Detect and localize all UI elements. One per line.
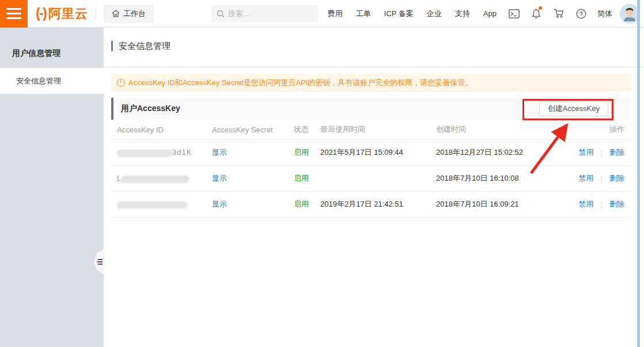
warning-text: AccessKey ID和AccessKey Secret是您访问阿里云API的… bbox=[128, 78, 472, 88]
aliyun-logo[interactable]: (-) 阿里云 bbox=[36, 5, 88, 22]
user-avatar[interactable] bbox=[620, 4, 639, 24]
disable-link[interactable]: 禁用 bbox=[579, 173, 594, 184]
accesskey-table-card: 用户AccessKey 创建AccessKey AccessKey ID Acc… bbox=[111, 98, 631, 218]
table-column-header: AccessKey ID AccessKey Secret 状态 最后使用时间 … bbox=[111, 120, 631, 139]
col-accesskey-id: AccessKey ID bbox=[117, 125, 212, 134]
show-secret-link[interactable]: 显示 bbox=[212, 148, 227, 157]
accesskey-secret-cell: 显示 bbox=[212, 173, 294, 184]
op-separator: | bbox=[601, 174, 603, 183]
nav-link-tickets[interactable]: 工单 bbox=[356, 9, 371, 19]
delete-link[interactable]: 删除 bbox=[609, 147, 624, 158]
notification-bell-icon[interactable] bbox=[531, 8, 542, 20]
notification-dot bbox=[539, 6, 542, 10]
show-secret-link[interactable]: 显示 bbox=[212, 200, 227, 208]
nav-links: 费用 工单 ICP 备案 企业 支持 App bbox=[328, 9, 497, 19]
workbench-label: 工作台 bbox=[123, 9, 146, 19]
cloudshell-icon[interactable] bbox=[508, 8, 520, 20]
op-separator: | bbox=[601, 148, 603, 157]
col-created: 创建时间 bbox=[436, 124, 545, 135]
col-status: 状态 bbox=[294, 124, 320, 135]
last-used-time: 2021年5月17日 15:09:44 bbox=[320, 147, 436, 158]
nav-link-billing[interactable]: 费用 bbox=[328, 9, 343, 19]
row-operations: 禁用|删除 bbox=[545, 199, 624, 209]
accesskey-secret-cell: 显示 bbox=[212, 147, 294, 158]
op-separator: | bbox=[601, 200, 603, 209]
disable-link[interactable]: 禁用 bbox=[579, 199, 594, 209]
scrollbar-strip[interactable] bbox=[637, 0, 640, 347]
top-navbar: (-) 阿里云 工作台 费用 工单 ICP 备案 企业 支持 App ? 简体 bbox=[0, 0, 644, 28]
warning-icon: ! bbox=[117, 79, 125, 87]
col-accesskey-secret: AccessKey Secret bbox=[212, 125, 294, 134]
main-content: 安全信息管理 ! AccessKey ID和AccessKey Secret是您… bbox=[104, 28, 644, 347]
col-operations: 操作 bbox=[545, 124, 624, 135]
status-enabled: 启用 bbox=[294, 199, 320, 209]
accesskey-id-redacted: 3d1K bbox=[117, 148, 212, 157]
nav-link-enterprise[interactable]: 企业 bbox=[427, 9, 442, 19]
hamburger-menu-icon[interactable] bbox=[0, 0, 28, 28]
table-row: L 显示 启用 2018年7月10日 16:10:08 禁用|删除 bbox=[111, 165, 631, 191]
svg-text:?: ? bbox=[579, 10, 583, 17]
created-time: 2018年12月27日 15:02:52 bbox=[436, 147, 545, 158]
language-switch[interactable]: 简体 bbox=[597, 9, 612, 19]
created-time: 2018年7月10日 16:10:08 bbox=[436, 173, 545, 184]
show-secret-link[interactable]: 显示 bbox=[212, 174, 227, 182]
aliyun-logo-icon: (-) bbox=[36, 5, 46, 21]
nav-divider bbox=[96, 7, 96, 20]
aliyun-logo-text: 阿里云 bbox=[48, 5, 88, 22]
table-section-title: 用户AccessKey bbox=[121, 104, 180, 114]
table-section-header: 用户AccessKey 创建AccessKey bbox=[111, 98, 631, 120]
status-enabled: 启用 bbox=[294, 173, 320, 184]
cart-icon[interactable] bbox=[553, 8, 565, 20]
col-last-used: 最后使用时间 bbox=[320, 124, 436, 135]
search-input[interactable] bbox=[228, 9, 303, 18]
nav-link-app[interactable]: App bbox=[483, 9, 497, 18]
nav-link-support[interactable]: 支持 bbox=[455, 9, 470, 19]
row-operations: 禁用|删除 bbox=[545, 173, 624, 184]
search-box[interactable] bbox=[211, 5, 319, 22]
workbench-button[interactable]: 工作台 bbox=[104, 5, 154, 23]
nav-link-icp[interactable]: ICP 备案 bbox=[384, 9, 414, 19]
accesskey-id-redacted: L bbox=[117, 174, 212, 182]
table-row: 3d1K 显示 启用 2021年5月17日 15:09:44 2018年12月2… bbox=[111, 139, 631, 165]
page-title: 安全信息管理 bbox=[111, 41, 171, 51]
sidebar: 用户信息管理 安全信息管理 bbox=[0, 28, 104, 347]
sidebar-group-title: 用户信息管理 bbox=[0, 28, 104, 68]
accesskey-secret-cell: 显示 bbox=[212, 199, 294, 209]
table-row: 显示 启用 2019年2月17日 21:42:51 2018年7月10日 16:… bbox=[111, 191, 631, 217]
disable-link[interactable]: 禁用 bbox=[579, 147, 594, 158]
title-divider bbox=[104, 67, 644, 67]
sidebar-item-security-info[interactable]: 安全信息管理 bbox=[0, 68, 104, 94]
accesskey-warning-banner: ! AccessKey ID和AccessKey Secret是您访问阿里云AP… bbox=[111, 74, 631, 91]
row-operations: 禁用|删除 bbox=[545, 147, 624, 158]
collapse-icon bbox=[98, 259, 103, 265]
search-icon bbox=[217, 10, 225, 18]
home-icon bbox=[112, 10, 120, 17]
last-used-time: 2019年2月17日 21:42:51 bbox=[320, 199, 436, 209]
created-time: 2018年7月10日 16:09:21 bbox=[436, 199, 545, 209]
nav-icon-group: ? bbox=[508, 8, 587, 20]
accesskey-id-redacted bbox=[117, 200, 212, 208]
delete-link[interactable]: 删除 bbox=[609, 173, 624, 184]
delete-link[interactable]: 删除 bbox=[609, 199, 624, 209]
create-accesskey-button[interactable]: 创建AccessKey bbox=[539, 101, 608, 116]
status-enabled: 启用 bbox=[294, 147, 320, 158]
help-icon[interactable]: ? bbox=[575, 8, 587, 20]
